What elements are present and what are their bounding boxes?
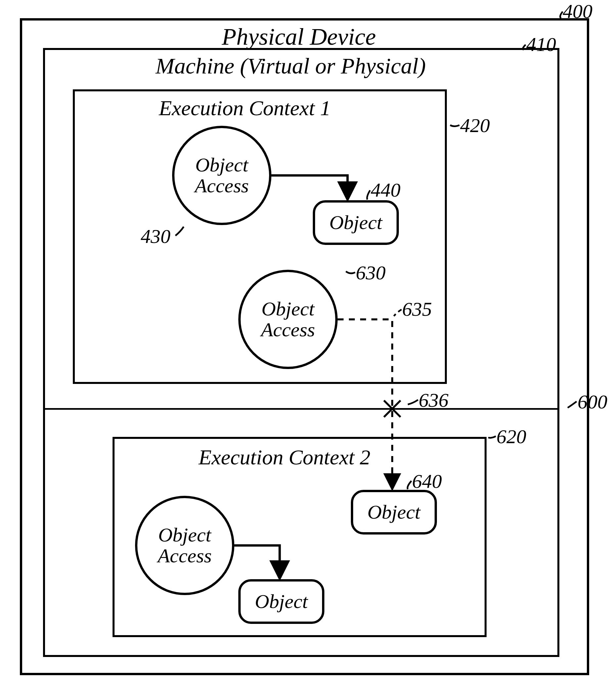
exec-context-1-label: Execution Context 1	[159, 96, 331, 120]
object-access-430: Object Access	[172, 126, 271, 225]
ref-636: 636	[419, 389, 448, 412]
ref-400: 400	[563, 0, 592, 23]
object-access-ec2: Object Access	[135, 496, 234, 595]
ref-420: 420	[460, 114, 490, 137]
ref-620: 620	[496, 425, 526, 448]
ref-630: 630	[356, 262, 386, 284]
object-440: Object	[313, 200, 399, 245]
ref-410: 410	[526, 33, 556, 56]
ref-440: 440	[371, 179, 401, 201]
physical-device-label: Physical Device	[222, 23, 376, 51]
exec-context-2-label: Execution Context 2	[199, 445, 370, 470]
ref-600: 600	[577, 391, 608, 413]
ref-430: 430	[141, 225, 170, 248]
leader-400	[560, 12, 563, 18]
object-640: Object	[351, 490, 437, 534]
machine-label: Machine (Virtual or Physical)	[156, 53, 426, 79]
divider-line	[45, 408, 557, 410]
diagram-canvas: Physical Device Machine (Virtual or Phys…	[0, 0, 613, 700]
ref-640: 640	[412, 470, 442, 493]
object-access-630: Object Access	[238, 270, 338, 369]
ref-635: 635	[402, 298, 432, 321]
object-ec2: Object	[238, 579, 324, 624]
